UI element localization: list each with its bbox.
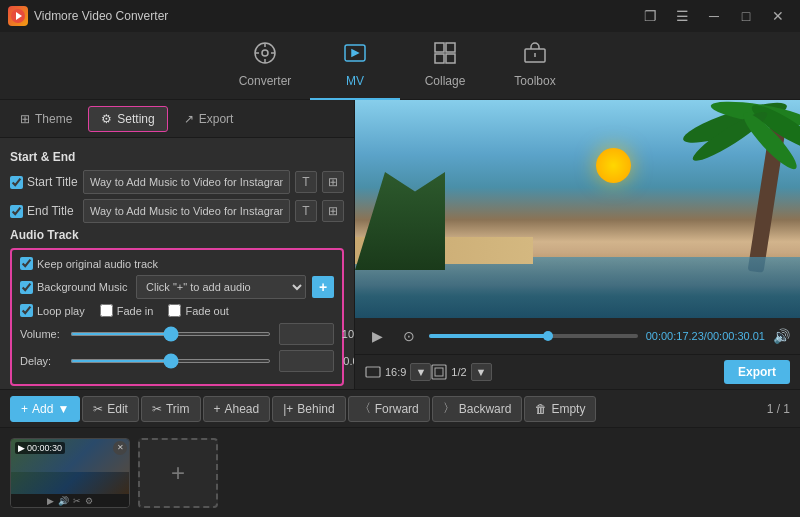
nav-converter[interactable]: Converter [220, 32, 310, 100]
tree-left-decoration [355, 172, 445, 270]
backward-icon: 〉 [443, 400, 455, 417]
app-icon [8, 6, 28, 26]
bg-music-checkbox[interactable] [20, 281, 33, 294]
nav-toolbox[interactable]: Toolbox [490, 32, 580, 100]
app-wrapper: Vidmore Video Converter ❐ ☰ ─ □ ✕ Co [0, 0, 800, 517]
keep-original-label: Keep original audio track [20, 257, 158, 270]
fade-in-checkbox[interactable] [100, 304, 113, 317]
add-clip-btn[interactable]: + [138, 438, 218, 508]
video-bottom-bar: 16:9 ▼ 1/2 ▼ Export [355, 354, 800, 389]
menu-btn[interactable]: ☰ [668, 6, 696, 26]
time-display: 00:00:17.23/00:00:30.01 [646, 330, 765, 342]
trim-btn[interactable]: ✂ Trim [141, 396, 201, 422]
aspect-ratio-dropdown[interactable]: ▼ [410, 363, 431, 381]
forward-icon: 〈 [359, 400, 371, 417]
end-title-row: End Title T ⊞ [10, 199, 344, 223]
start-title-grid-icon[interactable]: ⊞ [322, 171, 344, 193]
aspect-ratio-icon [365, 364, 381, 380]
title-bar-controls: ❐ ☰ ─ □ ✕ [636, 6, 792, 26]
end-title-checkbox[interactable] [10, 205, 23, 218]
theme-grid-icon: ⊞ [20, 112, 30, 126]
tab-setting[interactable]: ⚙ Setting [88, 106, 167, 132]
end-title-text-icon[interactable]: T [295, 200, 317, 222]
keep-original-row: Keep original audio track [20, 257, 334, 270]
setting-gear-icon: ⚙ [101, 112, 112, 126]
trim-icon: ✂ [152, 402, 162, 416]
keep-original-checkbox[interactable] [20, 257, 33, 270]
clip-play-icon[interactable]: ▶ [47, 496, 54, 506]
delay-value-input[interactable] [280, 355, 354, 367]
play-btn[interactable]: ▶ [365, 324, 389, 348]
page-indicator: 1 / 1 [767, 402, 790, 416]
minimize-btn[interactable]: ─ [700, 6, 728, 26]
add-dropdown-icon: ▼ [57, 402, 69, 416]
delay-value-box: ▲ ▼ [279, 350, 334, 372]
svg-point-3 [262, 50, 268, 56]
add-plus-icon: + [21, 402, 28, 416]
nav-mv-label: MV [346, 74, 364, 88]
nav-toolbox-label: Toolbox [514, 74, 555, 88]
progress-thumb [543, 331, 553, 341]
start-title-checkbox[interactable] [10, 176, 23, 189]
nav-collage-label: Collage [425, 74, 466, 88]
left-panel: ⊞ Theme ⚙ Setting ↗ Export Start & End [0, 100, 355, 389]
delay-slider[interactable] [70, 359, 271, 363]
sun-decoration [596, 148, 631, 183]
video-preview [355, 100, 800, 318]
ahead-btn[interactable]: + Ahead [203, 396, 271, 422]
volume-slider[interactable] [70, 332, 271, 336]
clip-duration: ▶ 00:00:30 [15, 442, 65, 454]
volume-icon[interactable]: 🔊 [773, 328, 790, 344]
empty-trash-icon: 🗑 [535, 402, 547, 416]
bottom-toolbar: + Add ▼ ✂ Edit ✂ Trim + Ahead |+ Behind … [0, 389, 800, 427]
resolution-dropdown[interactable]: ▼ [471, 363, 492, 381]
clip-cut-icon[interactable]: ✂ [73, 496, 81, 506]
close-btn[interactable]: ✕ [764, 6, 792, 26]
svg-rect-21 [366, 367, 380, 377]
video-background [355, 100, 800, 318]
add-clip-icon: + [171, 459, 185, 487]
end-title-input[interactable] [83, 199, 290, 223]
clip-thumbnail: ▶ 00:00:30 ✕ [11, 439, 129, 494]
svg-rect-9 [435, 43, 444, 52]
edit-btn[interactable]: ✂ Edit [82, 396, 139, 422]
svg-rect-12 [446, 54, 455, 63]
fade-out-checkbox[interactable] [168, 304, 181, 317]
loop-play-checkbox[interactable] [20, 304, 33, 317]
volume-row: Volume: ▲ ▼ [20, 323, 334, 345]
nav-mv[interactable]: MV [310, 32, 400, 100]
end-title-grid-icon[interactable]: ⊞ [322, 200, 344, 222]
tab-export[interactable]: ↗ Export [172, 107, 246, 131]
mv-icon [343, 41, 367, 70]
tab-theme-label: Theme [35, 112, 72, 126]
start-title-text-icon[interactable]: T [295, 171, 317, 193]
clip-sound-icon[interactable]: 🔊 [58, 496, 69, 506]
tab-setting-label: Setting [117, 112, 154, 126]
export-video-btn[interactable]: Export [724, 360, 790, 384]
add-audio-btn[interactable]: + [312, 276, 334, 298]
tab-theme[interactable]: ⊞ Theme [8, 107, 84, 131]
fade-in-option: Fade in [100, 304, 154, 317]
maximize-btn[interactable]: □ [732, 6, 760, 26]
add-audio-dropdown[interactable]: Click "+" to add audio [136, 275, 306, 299]
nav-converter-label: Converter [239, 74, 292, 88]
stop-btn[interactable]: ⊙ [397, 324, 421, 348]
svg-rect-23 [435, 368, 443, 376]
progress-bar[interactable] [429, 334, 638, 338]
nav-collage[interactable]: Collage [400, 32, 490, 100]
behind-btn[interactable]: |+ Behind [272, 396, 346, 422]
clip-close-btn[interactable]: ✕ [113, 441, 127, 455]
clip-settings-icon[interactable]: ⚙ [85, 496, 93, 506]
volume-label: Volume: [20, 328, 62, 340]
chat-btn[interactable]: ❐ [636, 6, 664, 26]
empty-btn[interactable]: 🗑 Empty [524, 396, 596, 422]
top-nav: Converter MV Collage [0, 32, 800, 100]
svg-rect-11 [435, 54, 444, 63]
delay-row: Delay: ▲ ▼ [20, 350, 334, 372]
start-title-input[interactable] [83, 170, 290, 194]
playback-options-row: Loop play Fade in Fade out [20, 304, 334, 317]
volume-value-input[interactable] [280, 328, 354, 340]
forward-btn[interactable]: 〈 Forward [348, 396, 430, 422]
backward-btn[interactable]: 〉 Backward [432, 396, 523, 422]
add-btn[interactable]: + Add ▼ [10, 396, 80, 422]
